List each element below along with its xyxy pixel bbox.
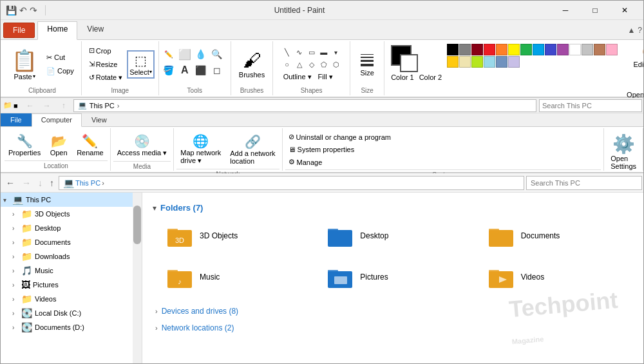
exp-tab-file[interactable]: File <box>1 113 32 126</box>
address-bar-top[interactable]: 💻 This PC › <box>73 99 536 112</box>
color-swatch-9[interactable] <box>557 44 569 55</box>
properties-button[interactable]: 🔧 Properties <box>5 131 44 159</box>
color-swatch-4[interactable] <box>496 44 507 55</box>
color-swatch-16[interactable] <box>471 56 483 68</box>
sidebar-item-downloads[interactable]: › 📁 Downloads <box>1 249 142 263</box>
eyedropper-tool[interactable]: 💧 <box>195 48 207 60</box>
recent-arrow[interactable]: ↓ <box>35 177 45 189</box>
color-swatch-13[interactable] <box>606 44 618 55</box>
resize-button[interactable]: ⇲ Resize <box>86 58 126 70</box>
color-swatch-14[interactable] <box>447 56 459 68</box>
color-swatch-6[interactable] <box>520 44 532 55</box>
tab-home[interactable]: Home <box>37 21 77 40</box>
triangle-shape[interactable]: △ <box>294 59 305 70</box>
color-swatch-2[interactable] <box>471 44 483 55</box>
maximize-button[interactable]: □ <box>580 1 610 20</box>
color-swatch-15[interactable] <box>459 56 471 68</box>
window-controls[interactable]: ─ □ ✕ <box>551 1 639 20</box>
back-button-top[interactable]: ← <box>23 99 37 113</box>
sidebar-item-local-disk-(c:)[interactable]: › 💽 Local Disk (C:) <box>1 306 142 320</box>
outline-button[interactable]: Outline ▾ <box>281 72 314 82</box>
color-swatch-0[interactable] <box>447 44 459 55</box>
color-swatch-1[interactable] <box>459 44 471 55</box>
sidebar-item-videos[interactable]: › 📁 Videos <box>1 292 142 306</box>
scroll-thumb[interactable] <box>133 206 141 244</box>
help-icon[interactable]: ? <box>638 26 642 35</box>
text-tool[interactable]: A <box>179 64 191 76</box>
color-swatch-18[interactable] <box>496 56 507 68</box>
folder-item-documents[interactable]: Documents <box>484 220 634 251</box>
add-location-button[interactable]: 🔗 Add a networklocation <box>226 131 279 168</box>
color-swatch-17[interactable] <box>484 56 495 68</box>
minimize-button[interactable]: ─ <box>551 1 580 20</box>
extra-tool1[interactable]: ⬛ <box>195 64 207 76</box>
sidebar-item-this-pc[interactable]: ▾ 💻 This PC <box>1 193 142 207</box>
sidebar-item-documents-(d:)[interactable]: › 💽 Documents (D:) <box>1 320 142 334</box>
back-arrow[interactable]: ← <box>3 177 17 189</box>
fill-button[interactable]: Fill ▾ <box>316 72 335 82</box>
exp-tab-view[interactable]: View <box>82 113 117 126</box>
tab-view[interactable]: View <box>77 21 113 39</box>
breadcrumb[interactable]: 💻 This PC › <box>59 176 524 190</box>
save-icon[interactable]: 💾 <box>6 5 17 15</box>
quick-access-toolbar[interactable]: 💾 ↶ ↷ <box>6 5 37 15</box>
paste-dropdown-icon[interactable]: ▾ <box>33 73 35 79</box>
folders-collapse-icon[interactable]: ▾ <box>153 204 156 213</box>
map-drive-button[interactable]: 🌐 Map networkdrive ▾ <box>176 131 225 168</box>
fill-tool[interactable]: 🪣 <box>163 64 175 76</box>
rotate-button[interactable]: ↺ Rotate ▾ <box>86 72 126 84</box>
color-swatch-8[interactable] <box>545 44 556 55</box>
more-shapes[interactable]: ▾ <box>330 46 342 58</box>
line-shape[interactable]: ╲ <box>281 46 293 58</box>
ribbon-collapse-icon[interactable]: ▲ <box>627 26 635 35</box>
color-swatch-5[interactable] <box>508 44 520 55</box>
rect2-shape[interactable]: ▬ <box>318 46 330 58</box>
pencil-tool[interactable]: ✏️ <box>163 48 175 60</box>
system-props-button[interactable]: 🖥 System properties <box>285 144 358 155</box>
sidebar-item-desktop[interactable]: › 📁 Desktop <box>1 221 142 235</box>
open-button[interactable]: 📂 Open <box>46 131 71 159</box>
folder-item-videos[interactable]: Videos <box>484 262 634 292</box>
color-swatch-10[interactable] <box>569 44 581 55</box>
extra-tool2[interactable]: ◻ <box>211 64 223 76</box>
path-thispc[interactable]: This PC <box>75 179 100 187</box>
copy-button[interactable]: 📄 Copy <box>43 65 77 77</box>
search-input[interactable] <box>526 176 642 190</box>
tab-file[interactable]: File <box>3 23 35 38</box>
network-locations-row[interactable]: › Network locations (2) <box>153 320 634 336</box>
access-media-button[interactable]: 💿 Access media ▾ <box>113 131 171 160</box>
rename-button[interactable]: ✏️ Rename <box>73 131 108 159</box>
cut-button[interactable]: ✂ Cut <box>43 52 77 64</box>
curve-shape[interactable]: ∿ <box>294 46 305 58</box>
forward-arrow[interactable]: → <box>19 177 33 189</box>
magnify-tool[interactable]: 🔍 <box>211 48 223 60</box>
devices-drives-row[interactable]: › Devices and drives (8) <box>153 303 634 320</box>
sidebar-scrollbar[interactable] <box>133 193 142 364</box>
edit-colors-button[interactable]: 🎨 Edit colors <box>623 43 644 71</box>
brushes-button[interactable]: 🖌 Brushes <box>235 47 269 81</box>
hexagon-shape[interactable]: ⬡ <box>330 59 342 70</box>
sidebar-item-documents[interactable]: › 📁 Documents <box>1 235 142 249</box>
close-button[interactable]: ✕ <box>610 1 639 20</box>
sidebar-item-music[interactable]: › 🎵 Music <box>1 263 142 278</box>
color-swatch-11[interactable] <box>582 44 593 55</box>
pentagon-shape[interactable]: ⬠ <box>318 59 330 70</box>
up-arrow[interactable]: ↑ <box>47 177 57 189</box>
eraser-tool[interactable]: ⬜ <box>179 48 191 60</box>
crop-button[interactable]: ⊡ Crop <box>86 44 126 57</box>
color-swatch-7[interactable] <box>533 44 544 55</box>
color-swatch-12[interactable] <box>594 44 605 55</box>
size-button[interactable]: Size <box>354 49 380 79</box>
color-swatch-19[interactable] <box>508 56 520 68</box>
undo-icon[interactable]: ↶ <box>19 5 27 15</box>
manage-button[interactable]: ⚙ Manage <box>285 156 326 168</box>
search-input-top[interactable] <box>539 99 642 112</box>
folder-item-desktop[interactable]: Desktop <box>323 220 473 251</box>
open-paint3d-button[interactable]: 🖼 Open Paint 3D <box>623 73 644 101</box>
forward-button-top[interactable]: → <box>40 99 54 113</box>
redo-icon[interactable]: ↷ <box>30 5 37 15</box>
folder-item-3d-objects[interactable]: 3D 3D Objects <box>163 220 313 251</box>
color2-swatch[interactable] <box>400 54 418 72</box>
sidebar-item-3d-objects[interactable]: › 📁 3D Objects <box>1 207 142 221</box>
color-swatch-3[interactable] <box>484 44 495 55</box>
